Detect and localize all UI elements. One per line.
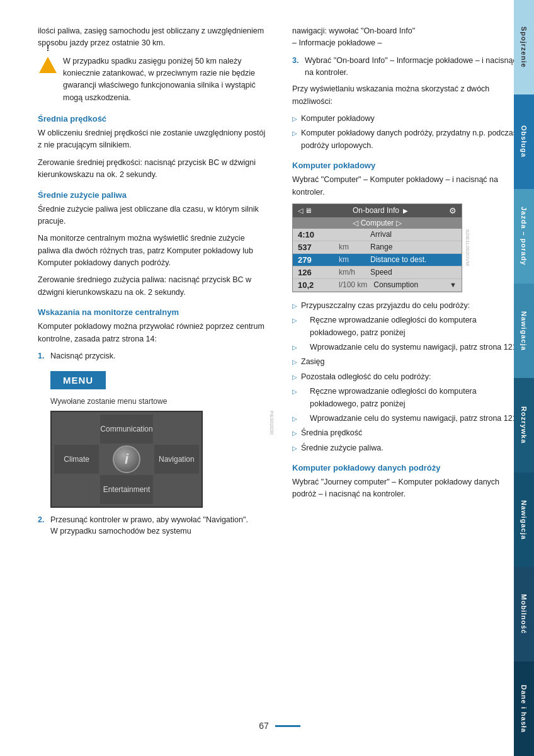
step3-list: 3. Wybrać "On-board Info" – Informacje p…: [292, 55, 521, 79]
right-column: nawigacji: wywołać "On-board Info"– Info…: [286, 25, 521, 721]
srednie-zuzycie-text3: Zerowanie średniego zużycia paliwa: naci…: [38, 274, 267, 299]
step-1: 1. Nacisnąć przycisk.: [38, 350, 267, 362]
onboard-row-4: 10,2 l/100 km Consumption ▼: [293, 279, 462, 292]
sidebar-tab-nawigacja1[interactable]: Nawigacja: [514, 284, 534, 378]
display-text: Przy wyświetlaniu wskazania można skorzy…: [292, 83, 521, 108]
display-options: Komputer pokładowy Komputer pokładowy da…: [292, 113, 521, 152]
nav-cell-center: i: [100, 445, 152, 474]
step3-text: Wybrać "On-board Info" – Informacje pokł…: [305, 55, 521, 79]
bullet-7: Średnia prędkość: [292, 427, 521, 439]
step-2: 2. Przesunąć kontroler w prawo, aby wywo…: [38, 514, 267, 538]
step2-list: 2. Przesunąć kontroler w prawo, aby wywo…: [38, 514, 267, 538]
srednia-predkosc-text2: Zerowanie średniej prędkości: nacisnąć p…: [38, 157, 267, 181]
bullet-5: Ręczne wprowadzanie odległości do komput…: [292, 386, 521, 410]
right-intro-text1: nawigacji: wywołać "On-board Info"– Info…: [292, 25, 521, 50]
nav-cell-communication: Communication: [100, 415, 152, 444]
tab-label-jazda: Jazda – porady: [520, 207, 528, 265]
row1-val: 537: [298, 243, 332, 252]
nav-cell-climate: Climate: [54, 445, 99, 474]
sidebar-tab-nawigacja2[interactable]: Nawigacja: [514, 472, 534, 567]
row1-label: Range: [370, 243, 392, 251]
sidebar: Spojrzenie Obsługa Jazda – porady Nawiga…: [514, 0, 534, 756]
bullet-3: Zasięg: [292, 356, 521, 368]
row4-unit: l/100 km: [339, 280, 367, 289]
sidebar-tab-obsluga[interactable]: Obsługa: [514, 94, 534, 189]
row3-label: Speed: [370, 268, 392, 277]
bullet-0: Przypuszczalny czas przyjazdu do celu po…: [292, 300, 521, 312]
srednie-zuzycie-heading: Średnie zużycie paliwa: [38, 190, 267, 200]
sidebar-tab-rozrywka[interactable]: Rozrywka: [514, 378, 534, 472]
warning-text: W przypadku spadku zasięgu poniżej 50 km…: [63, 55, 267, 105]
row2-unit: km: [339, 255, 364, 264]
sidebar-tab-mobilnosc[interactable]: Mobilność: [514, 567, 534, 662]
onboard-subtitle: ◁ Computer ▷: [293, 217, 462, 229]
sidebar-tab-jazda[interactable]: Jazda – porady: [514, 189, 534, 284]
nav-cell-navigation: Navigation: [154, 445, 199, 474]
sidebar-tab-spojrzenie[interactable]: Spojrzenie: [514, 0, 534, 94]
titlebar-left-icon: ◁ 🖥: [298, 207, 312, 215]
row1-unit: km: [339, 243, 364, 251]
step2-num: 2.: [38, 514, 47, 538]
row4-val: 10,2: [298, 280, 332, 290]
step-3: 3. Wybrać "On-board Info" – Informacje p…: [292, 55, 521, 79]
bullet-8: Średnie zużycie paliwa.: [292, 442, 521, 454]
bullet-4: Pozostała odległość do celu podróży:: [292, 371, 521, 383]
onboard-row-0: 4:10 Arrival: [293, 229, 462, 241]
onboard-row-1: 537 km Range: [293, 241, 462, 254]
komputer-pokladowy-heading: Komputer pokładowy: [292, 161, 521, 170]
warning-symbol: !: [47, 42, 50, 55]
onboard-rows: 4:10 Arrival 537 km Range 279 km Di: [293, 229, 462, 292]
menu-caption: Wywołane zostanie menu startowe: [50, 397, 267, 406]
bullet-1: Ręczne wprowadzanie odległości do komput…: [292, 314, 521, 339]
subtitle-arrow-left: ◁: [353, 219, 360, 227]
step2-text: Przesunąć kontroler w prawo, aby wywołać…: [50, 514, 248, 538]
onboard-screen: ◁ 🖥 On-board Info ▶ ⚙ ◁ Computer ▷: [292, 203, 462, 292]
wskazania-heading: Wskazania na monitorze centralnym: [38, 307, 267, 317]
nav-cell-entertainment: Entertainment: [100, 475, 152, 504]
titlebar-right-icon: ⚙: [449, 206, 457, 215]
bullet-2: Wprowadzanie celu do systemu nawigacji, …: [292, 341, 521, 353]
row3-val: 126: [298, 268, 332, 277]
option2: Komputer pokładowy danych podróży, przyd…: [292, 127, 521, 152]
bullet-6: Wprowadzanie celu do systemu nawigacji, …: [292, 413, 521, 425]
subtitle-arrow-right: ▷: [396, 219, 402, 227]
row4-label: Consumption: [373, 280, 418, 289]
page-bar-line: [275, 725, 300, 727]
menu-button[interactable]: MENU: [50, 371, 106, 389]
srednia-predkosc-text1: W obliczeniu średniej prędkości nie zost…: [38, 127, 267, 152]
tab-label-obsluga: Obsługa: [520, 125, 528, 158]
page-number: 67: [259, 721, 269, 731]
tab-label-nawigacja1: Nawigacja: [520, 311, 528, 351]
tab-label-spojrzenie: Spojrzenie: [520, 26, 528, 68]
intro-text: ilości paliwa, zasięg samochodu jest obl…: [38, 25, 267, 49]
warning-icon-wrapper: !: [38, 55, 58, 105]
info-bullets: Przypuszczalny czas przyjazdu do celu po…: [292, 300, 521, 454]
page-bar: 67: [38, 721, 521, 731]
warning-box: ! W przypadku spadku zasięgu poniżej 50 …: [38, 55, 267, 105]
tab-label-mobilnosc: Mobilność: [520, 594, 528, 634]
srednie-zuzycie-text2: Na monitorze centralnym można wyświetlić…: [38, 232, 267, 269]
komputer-podr-heading: Komputer pokładowy danych podróży: [292, 463, 521, 472]
row2-label: Distance to dest.: [370, 255, 426, 264]
tab-label-dane: Dane i hasła: [520, 685, 528, 733]
sidebar-tab-dane[interactable]: Dane i hasła: [514, 662, 534, 756]
wskazania-text: Komputer pokładowy można przywołać równi…: [38, 321, 267, 345]
onboard-row-3: 126 km/h Speed: [293, 266, 462, 279]
row2-val: 279: [298, 255, 332, 265]
onboard-title: On-board Info ▶: [353, 206, 408, 215]
step1-num: 1.: [38, 350, 47, 362]
row0-val: 4:10: [298, 230, 332, 239]
onboard-titlebar: ◁ 🖥 On-board Info ▶ ⚙: [293, 204, 462, 217]
screen-watermark: P&S02030: [269, 411, 275, 508]
komputer-podr-text: Wybrać "Journey computer" – Komputer pok…: [292, 476, 521, 501]
step3-num: 3.: [292, 55, 301, 79]
row3-unit: km/h: [339, 268, 364, 277]
titlebar-arrow: ▶: [403, 207, 408, 214]
screen-watermark-right: S2IE1L002OVM: [465, 204, 470, 292]
nav-screen: Communication Climate i Navigation Enter…: [50, 411, 267, 508]
onboard-row-2: 279 km Distance to dest.: [293, 254, 462, 266]
srednia-predkosc-heading: Średnia prędkość: [38, 114, 267, 123]
scroll-arrow: ▼: [450, 281, 457, 289]
komputer-pokladowy-text: Wybrać "Computer" – Komputer pokładowy –…: [292, 174, 521, 198]
tab-label-nawigacja2: Nawigacja: [520, 500, 528, 540]
